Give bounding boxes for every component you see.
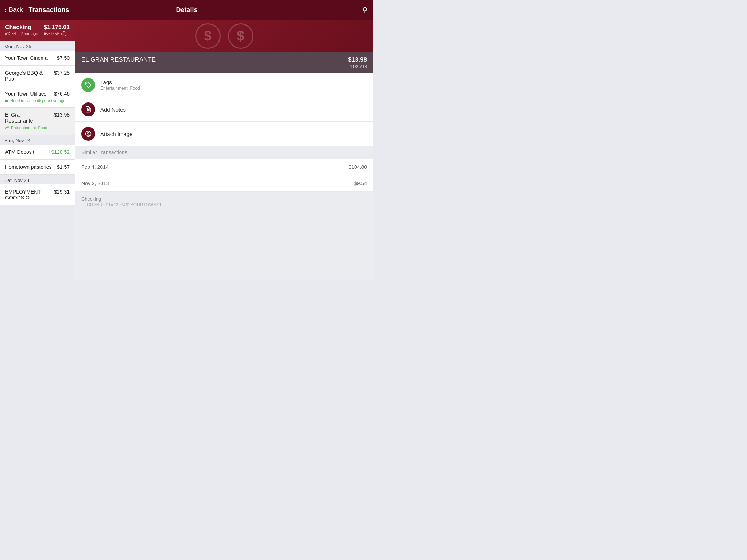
account-available: Available i	[44, 31, 70, 36]
image-label-block: Attach Image	[100, 131, 367, 137]
tags-value: Entertainment, Food	[100, 86, 367, 91]
transaction-name: George's BBQ & Pub	[5, 70, 51, 82]
transaction-name: Your Town Utilities	[5, 91, 51, 97]
transaction-employment-goods[interactable]: EMPLOYMENT GOODS O... $29.31	[0, 184, 75, 205]
transactions-panel: Checking x1234 – 2 min ago $1,175.01 Ava…	[0, 20, 75, 280]
transaction-name: Your Town Cinema	[5, 55, 54, 61]
transaction-tags: ☍ Entertainment, Food	[5, 125, 70, 130]
transaction-amount: $29.31	[54, 189, 70, 195]
attach-image-label: Attach Image	[100, 131, 367, 137]
tags-row[interactable]: Tags Entertainment, Food	[75, 73, 374, 97]
similar-transaction-1[interactable]: Feb 4, 2014 $104.80	[75, 159, 374, 175]
transaction-utilities[interactable]: Your Town Utilities $76.46 ☷ Need to cal…	[0, 86, 75, 108]
note-icon: ☷	[5, 98, 9, 103]
similar-transactions-header: Similar Transactions	[75, 146, 374, 159]
transaction-name: El Gran Restaurante	[5, 112, 51, 124]
transaction-amount: $37.25	[54, 70, 70, 76]
nav-right: ⚲	[362, 5, 374, 14]
search-icon[interactable]: ⚲	[362, 6, 368, 14]
transaction-hometown-pasteries[interactable]: Hometown pasteries $1.57	[0, 160, 75, 175]
details-body: Tags Entertainment, Food Add Notes	[75, 73, 374, 146]
similar-amount: $9.54	[354, 180, 367, 186]
hero-decoration: $ $	[195, 23, 253, 49]
details-merchant: EL GRAN RESTAURANTE	[81, 56, 156, 63]
tag-values: Entertainment, Food	[11, 125, 47, 130]
date-group-mon-nov25: Mon, Nov 25	[0, 41, 75, 51]
similar-transaction-2[interactable]: Nov 2, 2013 $9.54	[75, 175, 374, 192]
transaction-name: EMPLOYMENT GOODS O...	[5, 189, 51, 201]
add-notes-row[interactable]: Add Notes	[75, 97, 374, 122]
transaction-amount: $76.46	[54, 91, 70, 97]
image-icon-circle	[81, 127, 95, 141]
transaction-name: ATM Deposit	[5, 149, 45, 155]
details-title-bar: EL GRAN RESTAURANTE $13.98 11/25/18	[75, 52, 374, 73]
transaction-note: ☷ Need to call to dispute overage.	[5, 98, 70, 103]
details-panel: $ $ EL GRAN RESTAURANTE $13.98 11/25/18	[75, 20, 374, 280]
nav-transactions-title: Transactions	[28, 6, 69, 14]
details-hero: $ $	[75, 20, 374, 52]
tags-label-block: Tags Entertainment, Food	[100, 79, 367, 91]
footer-ref: ELGRANREST#1298461YOURTOWNST	[81, 202, 367, 207]
main-layout: Checking x1234 – 2 min ago $1,175.01 Ava…	[0, 20, 374, 280]
notes-label-block: Add Notes	[100, 106, 367, 113]
details-footer: Checking ELGRANREST#1298461YOURTOWNST	[75, 192, 374, 212]
transaction-amount: $13.98	[54, 112, 70, 118]
attach-image-row[interactable]: Attach Image	[75, 122, 374, 146]
similar-amount: $104.80	[348, 164, 367, 170]
transaction-el-gran[interactable]: El Gran Restaurante $13.98 ☍ Entertainme…	[0, 108, 75, 135]
hero-dollar-2: $	[228, 23, 253, 49]
similar-date: Nov 2, 2013	[81, 180, 109, 186]
transaction-name: Hometown pasteries	[5, 164, 54, 170]
nav-left: ‹ Back Transactions	[0, 6, 80, 14]
date-group-sat-nov23: Sat, Nov 23	[0, 175, 75, 184]
tags-icon-circle	[81, 78, 95, 92]
tags-label: Tags	[100, 79, 367, 85]
transaction-georges-bbq[interactable]: George's BBQ & Pub $37.25	[0, 66, 75, 86]
hero-dollar-1: $	[195, 23, 221, 49]
similar-date: Feb 4, 2014	[81, 164, 109, 170]
back-button[interactable]: Back	[9, 6, 23, 13]
footer-account: Checking	[81, 196, 367, 202]
transaction-amount: $1.57	[57, 164, 70, 170]
account-info: Checking x1234 – 2 min ago	[5, 24, 38, 36]
date-group-sun-nov24: Sun, Nov 24	[0, 135, 75, 145]
transaction-amount-positive: +$128.52	[48, 149, 70, 155]
add-notes-label: Add Notes	[100, 106, 367, 113]
details-date: 11/25/18	[348, 64, 367, 69]
notes-icon-circle	[81, 102, 95, 116]
account-header[interactable]: Checking x1234 – 2 min ago $1,175.01 Ava…	[0, 20, 75, 41]
svg-point-4	[88, 132, 89, 134]
details-right: $13.98 11/25/18	[348, 56, 367, 69]
transaction-amount: $7.50	[57, 55, 70, 61]
info-icon[interactable]: i	[61, 31, 66, 36]
details-amount: $13.98	[348, 56, 367, 63]
account-name: Checking	[5, 24, 38, 31]
tag-icon: ☍	[5, 125, 9, 130]
back-chevron-icon[interactable]: ‹	[4, 6, 7, 14]
account-sub: x1234 – 2 min ago	[5, 31, 38, 36]
transaction-your-town-cinema[interactable]: Your Town Cinema $7.50	[0, 51, 75, 66]
account-amount: $1,175.01	[44, 24, 70, 31]
nav-bar: ‹ Back Transactions Details ⚲	[0, 0, 374, 20]
account-balance: $1,175.01 Available i	[44, 24, 70, 36]
note-text: Need to call to dispute overage.	[10, 98, 67, 103]
nav-details-title: Details	[150, 6, 223, 14]
transaction-atm-deposit[interactable]: ATM Deposit +$128.52	[0, 145, 75, 160]
